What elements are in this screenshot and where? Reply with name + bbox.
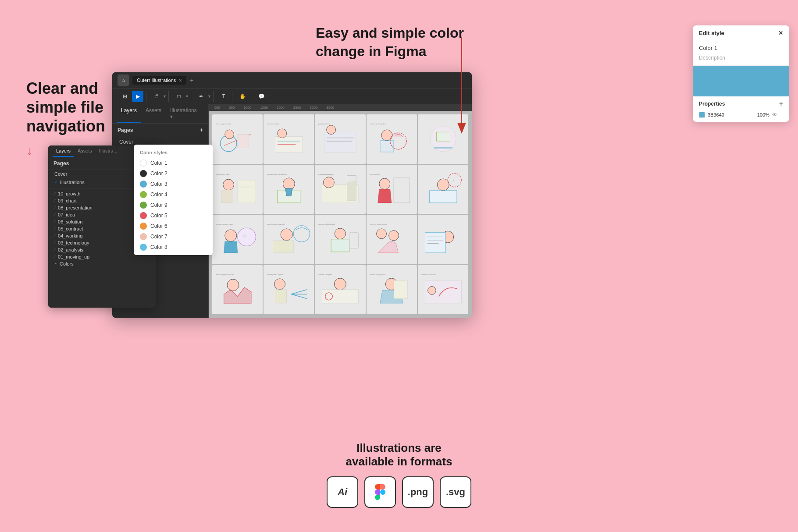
illus-cell-12: man thinking financial <box>264 215 314 264</box>
svg-point-48 <box>281 229 292 241</box>
svg-text:man analyzed data: man analyzed data <box>216 123 232 125</box>
illustrations-tab[interactable]: Illustrations ▾ <box>166 104 204 123</box>
svg-rect-23 <box>436 132 450 142</box>
svg-point-52 <box>335 228 346 239</box>
png-format-badge: .png <box>402 476 434 508</box>
add-property-button[interactable]: + <box>779 100 783 108</box>
cs-swatch-8 <box>140 244 147 251</box>
toolbar-move-btn[interactable]: ▶ <box>132 91 143 102</box>
tab-add-icon[interactable]: + <box>190 77 193 84</box>
illus-cell-8: man finalizes report <box>315 165 365 214</box>
cs-color6[interactable]: Color 6 <box>134 221 213 231</box>
svg-rect-59 <box>425 233 445 253</box>
ruler-label-500: 1000 <box>243 106 251 110</box>
illus-cell-6: male broker talks <box>212 165 263 214</box>
svg-point-64 <box>227 279 239 291</box>
svg-rect-40 <box>429 191 456 203</box>
pen-chevron: ▾ <box>208 94 210 99</box>
layers-tab[interactable]: Layers <box>117 104 141 123</box>
ruler-label-2000: 2000 <box>277 106 285 110</box>
cs-color7[interactable]: Color 7 <box>134 231 213 242</box>
pages-label: Pages <box>118 127 133 133</box>
svg-rect-26 <box>221 190 233 203</box>
figma-canvas: -500 500 1000 1500 2000 2500 3000 3500 m… <box>209 104 472 318</box>
cs-color2[interactable]: Color 2 <box>134 168 213 179</box>
lp-tab-layers[interactable]: Layers <box>53 145 74 157</box>
cs-swatch-3 <box>140 181 147 188</box>
svg-text:woman writing: woman writing <box>267 123 279 125</box>
svg-rect-54 <box>349 233 359 248</box>
tab-close-icon[interactable]: ✕ <box>178 78 182 83</box>
ai-label: Ai <box>338 486 347 498</box>
svg-point-18 <box>381 130 392 141</box>
hex-value[interactable]: 3B3640 <box>708 112 755 117</box>
cs-color9[interactable]: Color 9 <box>134 200 213 210</box>
svg-point-37 <box>379 178 390 189</box>
cs-color5[interactable]: Color 5 <box>134 210 213 221</box>
property-row: 3B3640 100% 👁 − <box>699 111 783 118</box>
cs-swatch-6 <box>140 223 147 230</box>
cs-color3[interactable]: Color 3 <box>134 179 213 189</box>
ruler-label-2500: 2500 <box>293 106 301 110</box>
cs-swatch-7 <box>140 233 147 240</box>
svg-point-6 <box>225 130 234 139</box>
illus-cell-11: woman dreams travel♡ <box>212 215 263 264</box>
figma-titlebar: ⌂ Cuterr Illustrations ✕ + <box>112 72 472 88</box>
svg-point-69 <box>335 278 346 290</box>
cs-label-2: Color 2 <box>150 170 167 177</box>
illus-cell-7: woman class completion <box>264 165 314 214</box>
add-page-button[interactable]: + <box>200 127 203 133</box>
svg-point-66 <box>274 279 285 290</box>
remove-property-button[interactable]: − <box>780 111 783 118</box>
assets-tab[interactable]: Assets <box>141 104 166 123</box>
cs-color4[interactable]: Color 4 <box>134 189 213 200</box>
toolbar-comment-btn[interactable]: 💬 <box>256 91 267 102</box>
edit-style-title: Edit style <box>699 30 724 36</box>
svg-rect-53 <box>331 239 349 252</box>
toolbar-group-text: T <box>215 91 232 102</box>
svg-point-77 <box>428 286 436 294</box>
ruler-top: -500 500 1000 1500 2000 2500 3000 3500 <box>209 104 472 111</box>
toolbar-text-btn[interactable]: T <box>218 91 229 102</box>
eye-icon[interactable]: 👁 <box>772 112 777 117</box>
color-swatch <box>693 66 789 96</box>
toolbar-cursor-btn[interactable]: ⊞ <box>119 91 131 102</box>
figma-tab-active[interactable]: Cuterr Illustrations ✕ <box>132 76 186 85</box>
lp-tab-illustrations[interactable]: Illustra... <box>96 145 121 157</box>
svg-point-56 <box>377 229 387 239</box>
cs-color1[interactable]: Color 1 <box>134 158 213 168</box>
svg-point-41 <box>448 173 461 187</box>
toolbar-hand-btn[interactable]: ✋ <box>237 91 248 102</box>
cs-swatch-5 <box>140 212 147 219</box>
top-right-heading: Easy and simple colorchange in Figma <box>316 24 465 60</box>
toolbar-pen-btn[interactable]: ✒ <box>196 91 207 102</box>
close-icon[interactable]: ✕ <box>778 30 783 36</box>
color-name-field[interactable]: Color 1 <box>693 41 789 53</box>
svg-text:woman analyzes: woman analyzes <box>318 273 332 276</box>
svg-point-34 <box>324 177 335 188</box>
svg-text:man girl enjoy income: man girl enjoy income <box>370 223 388 225</box>
figma-home-icon[interactable]: ⌂ <box>118 74 129 86</box>
cs-color8[interactable]: Color 8 <box>134 242 213 252</box>
cs-swatch-2 <box>140 170 147 177</box>
ruler-label-3000: 3000 <box>310 106 318 110</box>
ruler-label-neg500: -500 <box>213 106 220 110</box>
svg-text:♪: ♪ <box>452 178 454 182</box>
illus-cell-3: putting the text <box>315 114 365 164</box>
description-field[interactable]: Description <box>693 53 789 66</box>
toolbar-frame-btn[interactable]: # <box>151 91 162 102</box>
illus-cell-9: man scolded <box>367 165 417 214</box>
properties-section: Properties + 3B3640 100% 👁 − <box>693 96 789 122</box>
top-right-section: Easy and simple colorchange in Figma <box>316 24 465 60</box>
illus-cell-18: woman analyzes <box>315 265 365 315</box>
svg-text:woman android data: woman android data <box>318 223 335 225</box>
svg-text:woman class completion: woman class completion <box>267 173 287 175</box>
cs-label-4: Color 4 <box>150 192 167 198</box>
toolbar-rect-btn[interactable]: □ <box>173 91 185 102</box>
lp-layer-colors[interactable]: ⋯ Colors <box>48 260 156 267</box>
svg-rect-49 <box>273 241 294 253</box>
opacity-value[interactable]: 100% <box>757 112 770 117</box>
lp-tab-assets[interactable]: Assets <box>74 145 96 157</box>
svg-text:woman working deal: woman working deal <box>370 123 386 125</box>
png-label: .png <box>408 486 428 498</box>
